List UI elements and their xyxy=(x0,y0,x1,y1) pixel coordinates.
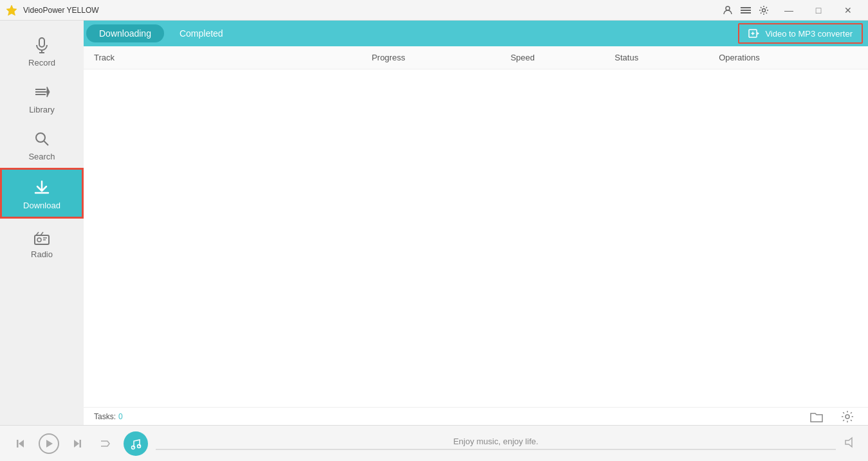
close-button[interactable]: ✕ xyxy=(833,0,863,21)
sidebar-item-library[interactable]: Library xyxy=(0,74,84,121)
next-button[interactable] xyxy=(67,433,88,454)
microphone-icon xyxy=(33,36,51,54)
player-message: Enjoy music, enjoy life. xyxy=(453,437,538,446)
col-progress-header: Progress xyxy=(372,53,511,62)
svg-line-14 xyxy=(44,141,49,146)
table-body xyxy=(84,69,868,407)
library-icon xyxy=(33,83,51,101)
search-icon xyxy=(33,130,51,148)
col-track-header: Track xyxy=(94,53,372,62)
sidebar-item-search[interactable]: Search xyxy=(0,121,84,168)
svg-rect-29 xyxy=(80,440,82,447)
svg-point-31 xyxy=(138,444,141,447)
video-to-mp3-button[interactable]: Video to MP3 converter xyxy=(738,23,863,44)
sidebar: Record Library Search xyxy=(0,21,84,425)
title-bar-left: VideoPower YELLOW xyxy=(5,4,99,17)
svg-rect-26 xyxy=(17,440,19,447)
tab-bar: Downloading Completed Video to MP3 conve… xyxy=(84,21,868,46)
tasks-count: 0 xyxy=(118,412,123,421)
svg-rect-4 xyxy=(741,12,751,14)
svg-point-24 xyxy=(845,415,849,419)
volume-icon[interactable] xyxy=(844,435,858,452)
col-operations-header: Operations xyxy=(719,53,858,62)
title-bar-icons xyxy=(723,5,769,15)
player-bar: Enjoy music, enjoy life. xyxy=(0,425,868,461)
main-container: Record Library Search xyxy=(0,21,868,425)
table-header: Track Progress Speed Status Operations xyxy=(84,46,868,69)
col-status-header: Status xyxy=(614,53,719,62)
download-icon xyxy=(33,179,51,197)
svg-rect-3 xyxy=(741,10,751,11)
sidebar-label-record: Record xyxy=(28,58,55,68)
player-middle: Enjoy music, enjoy life. xyxy=(156,437,836,450)
settings-icon[interactable] xyxy=(759,5,769,15)
svg-marker-25 xyxy=(19,440,24,447)
sidebar-label-download: Download xyxy=(23,201,60,210)
svg-point-1 xyxy=(726,6,730,10)
app-logo xyxy=(5,4,18,17)
tab-completed[interactable]: Completed xyxy=(167,28,236,39)
status-bar: Tasks: 0 xyxy=(84,407,868,425)
shuffle-icon[interactable] xyxy=(95,439,116,448)
prev-button[interactable] xyxy=(10,433,31,454)
music-note-button[interactable] xyxy=(124,431,148,456)
sidebar-label-radio: Radio xyxy=(31,249,53,259)
radio-icon xyxy=(33,228,51,246)
folder-icon-btn[interactable] xyxy=(806,406,827,427)
svg-point-13 xyxy=(36,133,45,142)
svg-point-30 xyxy=(132,446,135,449)
tab-downloading[interactable]: Downloading xyxy=(86,24,164,42)
sidebar-item-download[interactable]: Download xyxy=(0,168,84,219)
sidebar-label-library: Library xyxy=(29,105,55,114)
sidebar-item-radio[interactable]: Radio xyxy=(0,219,84,266)
menu-icon[interactable] xyxy=(741,5,751,15)
status-right xyxy=(806,406,858,427)
svg-point-17 xyxy=(37,238,41,242)
settings-icon-btn[interactable] xyxy=(837,406,858,427)
svg-marker-27 xyxy=(46,440,53,447)
converter-btn-label: Video to MP3 converter xyxy=(765,29,853,39)
sidebar-label-search: Search xyxy=(28,152,55,161)
player-progress-bar[interactable] xyxy=(156,449,836,450)
col-speed-header: Speed xyxy=(510,53,614,62)
svg-marker-28 xyxy=(74,440,79,447)
converter-icon xyxy=(748,28,760,39)
app-title: VideoPower YELLOW xyxy=(23,6,99,15)
svg-marker-23 xyxy=(757,32,759,35)
svg-rect-2 xyxy=(741,7,751,8)
maximize-button[interactable]: □ xyxy=(804,0,833,21)
svg-point-5 xyxy=(762,8,766,12)
svg-marker-32 xyxy=(845,438,852,447)
user-icon[interactable] xyxy=(723,5,733,15)
play-button[interactable] xyxy=(39,433,59,454)
svg-rect-6 xyxy=(39,38,44,47)
content-area: Downloading Completed Video to MP3 conve… xyxy=(84,21,868,425)
tasks-label: Tasks: xyxy=(94,412,116,421)
svg-marker-0 xyxy=(6,5,17,15)
svg-marker-12 xyxy=(47,87,50,97)
minimize-button[interactable]: — xyxy=(774,0,804,21)
title-bar: VideoPower YELLOW — □ ✕ xyxy=(0,0,868,21)
sidebar-item-record[interactable]: Record xyxy=(0,27,84,74)
